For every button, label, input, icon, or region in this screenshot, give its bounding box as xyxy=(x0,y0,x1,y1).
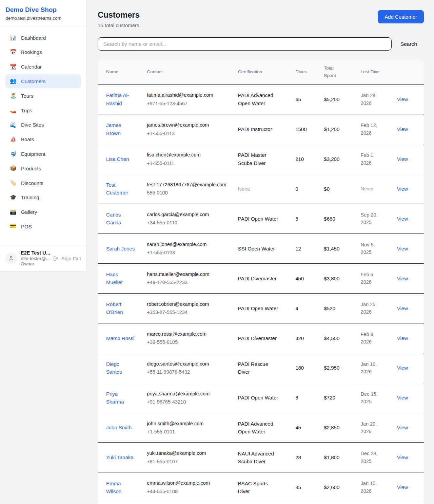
customer-phone: +39-555-0105 xyxy=(147,338,233,346)
customer-last-dive: Jan 10, 2026 xyxy=(361,353,397,383)
sidebar-item-boats[interactable]: ⛵ Boats xyxy=(5,133,81,147)
customer-dives: 28 xyxy=(295,443,324,472)
sidebar-item-tours[interactable]: 🏝️ Tours xyxy=(5,89,81,103)
sidebar-item-pos[interactable]: 💳 POS xyxy=(5,220,81,234)
view-customer-link[interactable]: View xyxy=(397,246,408,251)
sign-out-button[interactable]: Sign Out xyxy=(53,255,81,261)
customer-last-dive: Feb 5, 2026 xyxy=(361,263,397,293)
customer-last-dive: Dec 15, 2025 xyxy=(361,383,397,413)
table-row: Test Customer test-1772681807767@example… xyxy=(98,174,424,204)
customer-name-link[interactable]: Marco Rossi xyxy=(106,335,134,341)
view-customer-link[interactable]: View xyxy=(397,335,408,341)
brand-domain: demo.test.divestreams.com xyxy=(5,16,81,21)
customer-email: lisa.chen@example.com xyxy=(147,151,233,158)
user-icon xyxy=(8,255,14,261)
customer-name-link[interactable]: James Brown xyxy=(106,122,121,136)
customer-email: diego.santos@example.com xyxy=(147,360,233,368)
sidebar-item-calendar[interactable]: 📆 Calendar xyxy=(5,60,81,74)
view-customer-link[interactable]: View xyxy=(397,454,408,460)
customer-name-link[interactable]: Sarah Jones xyxy=(106,246,135,251)
sidebar: Demo Dive Shop demo.test.divestreams.com… xyxy=(0,0,87,272)
table-row: Yuki Tanaka yuki.tanaka@example.com+81-5… xyxy=(98,443,424,472)
customer-total-spent: $1,450 xyxy=(324,234,360,263)
customer-name-link[interactable]: Diego Santos xyxy=(106,361,122,375)
customer-last-dive: Dec 28, 2025 xyxy=(361,443,397,472)
customer-certification: PADI Instructor xyxy=(238,114,295,144)
view-customer-link[interactable]: View xyxy=(397,276,408,281)
view-customer-link[interactable]: View xyxy=(397,216,408,222)
search-input[interactable] xyxy=(98,37,392,51)
sidebar-item-training[interactable]: 🎓 Training xyxy=(5,191,81,205)
add-customer-button[interactable]: Add Customer xyxy=(378,10,424,23)
customer-dives: 0 xyxy=(295,174,324,204)
sidebar-item-label: Training xyxy=(21,194,39,201)
customer-total-spent: $1,200 xyxy=(324,114,360,144)
customer-email: hans.mueller@example.com xyxy=(147,270,233,278)
tours-island-icon: 🏝️ xyxy=(10,92,17,99)
customer-last-dive: Sep 20, 2025 xyxy=(361,204,397,234)
sidebar-nav: 📊 Dashboard 📅 Bookings 📆 Calendar 👥 Cust… xyxy=(0,26,86,245)
view-customer-link[interactable]: View xyxy=(397,425,408,430)
sidebar-item-customers[interactable]: 👥 Customers xyxy=(5,74,81,88)
package-icon: 📦 xyxy=(10,165,17,172)
sidebar-item-gallery[interactable]: 📸 Gallery xyxy=(5,205,81,219)
sailboat-icon: ⛵ xyxy=(10,136,17,143)
table-row: Sarah Jones sarah.jones@example.com+1-55… xyxy=(98,234,424,263)
customer-last-dive: Jan 20, 2026 xyxy=(361,413,397,443)
sidebar-item-dive-sites[interactable]: 🌊 Dive Sites xyxy=(5,118,81,132)
customer-dives: 4 xyxy=(295,293,324,323)
customer-phone: 555-0100 xyxy=(147,189,233,197)
view-customer-link[interactable]: View xyxy=(397,186,408,192)
user-role: Owner xyxy=(21,261,49,266)
view-customer-link[interactable]: View xyxy=(397,305,408,311)
sign-out-icon xyxy=(53,255,59,261)
sidebar-item-trips[interactable]: 🚤 Trips xyxy=(5,104,81,117)
customer-total-spent: $720 xyxy=(324,383,360,413)
customer-total-spent: $520 xyxy=(324,293,360,323)
column-header-certification: Certification xyxy=(238,59,295,85)
search-button[interactable]: Search xyxy=(400,38,417,50)
graduation-cap-icon: 🎓 xyxy=(10,194,17,201)
customer-name-link[interactable]: Yuki Tanaka xyxy=(106,454,134,460)
table-row: Diego Santos diego.santos@example.com+55… xyxy=(98,353,424,383)
customer-name-link[interactable]: Priya Sharma xyxy=(106,391,124,405)
table-row: Hans Mueller hans.mueller@example.com+49… xyxy=(98,263,424,293)
sidebar-item-label: Discounts xyxy=(21,180,43,187)
sidebar-item-bookings[interactable]: 📅 Bookings xyxy=(5,45,81,59)
trips-speedboat-icon: 🚤 xyxy=(10,107,17,114)
sidebar-item-products[interactable]: 📦 Products xyxy=(5,162,81,175)
customer-name-link[interactable]: Hans Mueller xyxy=(106,272,123,285)
view-customer-link[interactable]: View xyxy=(397,126,408,132)
view-customer-link[interactable]: View xyxy=(397,484,408,490)
tag-icon: 🏷️ xyxy=(10,180,17,187)
customer-name-link[interactable]: Lisa Chen xyxy=(106,156,129,162)
customer-certification: PADI Advanced Open Water xyxy=(238,502,295,504)
customer-email: yuki.tanaka@example.com xyxy=(147,449,233,457)
customer-phone: +44-555-0108 xyxy=(147,488,233,495)
main-content: Customers 15 total customers Add Custome… xyxy=(87,0,434,504)
sidebar-item-label: Tours xyxy=(21,93,34,99)
sidebar-item-label: Products xyxy=(21,165,41,172)
customer-name-link[interactable]: Carlos Garcia xyxy=(106,212,121,225)
view-customer-link[interactable]: View xyxy=(397,365,408,371)
customer-name-link[interactable]: Emma Wilson xyxy=(106,481,121,494)
sidebar-item-equipment[interactable]: 🤿 Equipment xyxy=(5,147,81,161)
customer-phone: +353-87-555-1234 xyxy=(147,309,233,316)
customer-name-link[interactable]: Robert O'Brien xyxy=(106,301,123,315)
customer-dives: 450 xyxy=(295,263,324,293)
customer-certification: SSI Open Water xyxy=(238,234,295,263)
user-info: E2E Test U... e2e-tester@... Owner xyxy=(21,250,49,266)
sidebar-item-dashboard[interactable]: 📊 Dashboard xyxy=(5,31,81,45)
view-customer-link[interactable]: View xyxy=(397,156,408,162)
view-customer-link[interactable]: View xyxy=(397,96,408,102)
customer-dives: 95 xyxy=(295,502,324,504)
page-title: Customers xyxy=(98,10,140,20)
sidebar-item-discounts[interactable]: 🏷️ Discounts xyxy=(5,176,81,190)
customer-name-link[interactable]: Test Customer xyxy=(106,182,128,195)
user-email: e2e-tester@... xyxy=(21,256,49,261)
customer-name-link[interactable]: John Smith xyxy=(106,425,132,430)
calendar-icon: 📆 xyxy=(10,63,17,71)
customer-name-link[interactable]: Fatima Al-Rashid xyxy=(106,92,129,106)
view-customer-link[interactable]: View xyxy=(397,395,408,400)
customers-icon: 👥 xyxy=(10,78,17,85)
